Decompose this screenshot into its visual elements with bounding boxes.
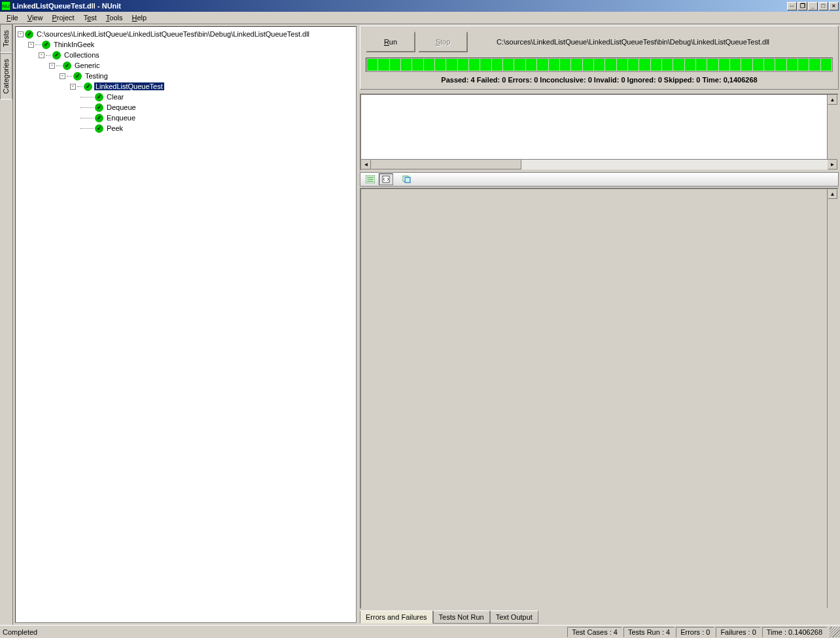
tree-connector: [67, 76, 72, 77]
tree-node[interactable]: -LinkedListQueueTest: [18, 81, 354, 92]
tree-connector: [80, 107, 94, 108]
maximize-button[interactable]: □: [818, 2, 828, 10]
progress-segment: [821, 59, 831, 71]
side-tabs: Tests Categories: [0, 24, 13, 625]
menubar: File View Project Test Tools Help: [0, 12, 840, 24]
tree-label[interactable]: Clear: [105, 93, 125, 101]
tree-node[interactable]: Peek: [18, 123, 354, 133]
progress-segment: [503, 59, 514, 71]
progress-segment: [480, 59, 491, 71]
tree-label[interactable]: ThinkInGeek: [52, 41, 96, 48]
resize-grip-icon[interactable]: [830, 627, 840, 637]
scrollbar-horizontal[interactable]: ◄ ►: [361, 159, 837, 169]
progress-segment: [560, 59, 570, 71]
side-tab-tests[interactable]: Tests: [0, 24, 12, 53]
progress-segment: [492, 59, 502, 71]
tree-connector: [77, 86, 82, 87]
progress-segment: [571, 59, 582, 71]
bottom-tab[interactable]: Tests Not Run: [433, 611, 490, 624]
progress-segment: [526, 59, 536, 71]
bottom-tab[interactable]: Text Output: [490, 611, 538, 624]
scrollbar-vertical[interactable]: ▲: [827, 189, 837, 608]
tree-expander-icon[interactable]: -: [60, 73, 65, 79]
svg-rect-6: [405, 177, 410, 183]
menu-project[interactable]: Project: [47, 12, 79, 23]
left-panel: -C:\sources\LinkedListQueue\LinkedListQu…: [13, 24, 359, 625]
minimize-button[interactable]: _: [808, 2, 818, 10]
tree-node[interactable]: Clear: [18, 92, 354, 102]
tree-label[interactable]: Testing: [84, 72, 109, 80]
tree-node[interactable]: -Collections: [18, 50, 354, 60]
progress-segment: [367, 59, 377, 71]
window-title: LinkedListQueueTest.dll - NUnit: [12, 2, 787, 10]
tool-copy-icon[interactable]: [400, 173, 414, 185]
progress-segment: [741, 59, 752, 71]
details-panel[interactable]: ▲: [360, 188, 839, 609]
tree-node[interactable]: Enqueue: [18, 113, 354, 123]
test-tree[interactable]: -C:\sources\LinkedListQueue\LinkedListQu…: [15, 26, 357, 623]
tree-node[interactable]: -Generic: [18, 60, 354, 71]
scroll-thumb[interactable]: [371, 160, 521, 169]
progress-segment: [764, 59, 775, 71]
progress-segment: [435, 59, 446, 71]
errors-panel: ▲ ◄ ►: [360, 94, 839, 171]
errors-content[interactable]: [361, 95, 837, 159]
tree-label[interactable]: Dequeue: [105, 103, 137, 111]
tree-node[interactable]: Dequeue: [18, 102, 354, 113]
success-icon: [95, 103, 103, 112]
bottom-tabs: Errors and FailuresTests Not RunText Out…: [360, 611, 839, 624]
details-toolbar: [360, 172, 839, 186]
progress-segment: [639, 59, 650, 71]
progress-bar: [366, 58, 833, 72]
menu-help[interactable]: Help: [128, 12, 152, 23]
scroll-up-icon[interactable]: ▲: [828, 189, 837, 199]
scroll-right-icon[interactable]: ►: [828, 160, 837, 169]
main-area: Tests Categories -C:\sources\LinkedListQ…: [0, 24, 840, 625]
bottom-tab[interactable]: Errors and Failures: [360, 611, 433, 624]
success-icon: [95, 93, 103, 101]
tree-expander-icon[interactable]: -: [28, 42, 34, 48]
tree-expander-icon[interactable]: -: [39, 52, 44, 58]
run-button[interactable]: Run: [366, 31, 415, 52]
close-button[interactable]: ×: [829, 2, 839, 10]
success-icon: [52, 51, 61, 60]
scroll-left-icon[interactable]: ◄: [361, 160, 371, 169]
restore-icon[interactable]: ❐: [797, 2, 807, 10]
success-icon: [25, 30, 33, 39]
scroll-up-icon[interactable]: ▲: [828, 95, 837, 105]
menu-test[interactable]: Test: [79, 12, 101, 23]
tree-label[interactable]: Enqueue: [105, 114, 137, 122]
success-icon: [84, 82, 92, 91]
progress-segment: [628, 59, 639, 71]
app-icon: NU: [1, 1, 10, 10]
success-icon: [95, 124, 103, 133]
run-section: Run Stop C:\sources\LinkedListQueue\Link…: [360, 26, 839, 90]
tree-label[interactable]: C:\sources\LinkedListQueue\LinkedListQue…: [35, 30, 311, 38]
tree-node[interactable]: -ThinkInGeek: [18, 39, 354, 50]
success-icon: [73, 72, 82, 80]
progress-segment: [730, 59, 741, 71]
tree-label[interactable]: LinkedListQueueTest: [94, 82, 164, 90]
tree-label[interactable]: Generic: [73, 62, 101, 69]
tool-source-icon[interactable]: [379, 173, 393, 185]
status-cell: Errors : 0: [676, 627, 714, 637]
tree-expander-icon[interactable]: -: [18, 31, 24, 37]
restore-down-icon[interactable]: ↔: [787, 2, 797, 10]
menu-view[interactable]: View: [23, 12, 48, 23]
progress-segment: [707, 59, 718, 71]
progress-segment: [594, 59, 604, 71]
tool-list-icon[interactable]: [363, 173, 377, 185]
tree-expander-icon[interactable]: -: [49, 63, 55, 69]
tree-node[interactable]: -Testing: [18, 71, 354, 81]
tree-connector: [56, 65, 61, 66]
side-tab-categories[interactable]: Categories: [0, 53, 12, 99]
progress-segment: [390, 59, 400, 71]
progress-segment: [617, 59, 627, 71]
tree-label[interactable]: Collections: [63, 51, 101, 59]
menu-tools[interactable]: Tools: [101, 12, 128, 23]
tree-expander-icon[interactable]: -: [70, 84, 76, 90]
menu-file[interactable]: File: [2, 12, 23, 23]
scrollbar-vertical[interactable]: ▲: [827, 95, 837, 159]
tree-node[interactable]: -C:\sources\LinkedListQueue\LinkedListQu…: [18, 29, 354, 39]
tree-label[interactable]: Peek: [105, 124, 124, 132]
